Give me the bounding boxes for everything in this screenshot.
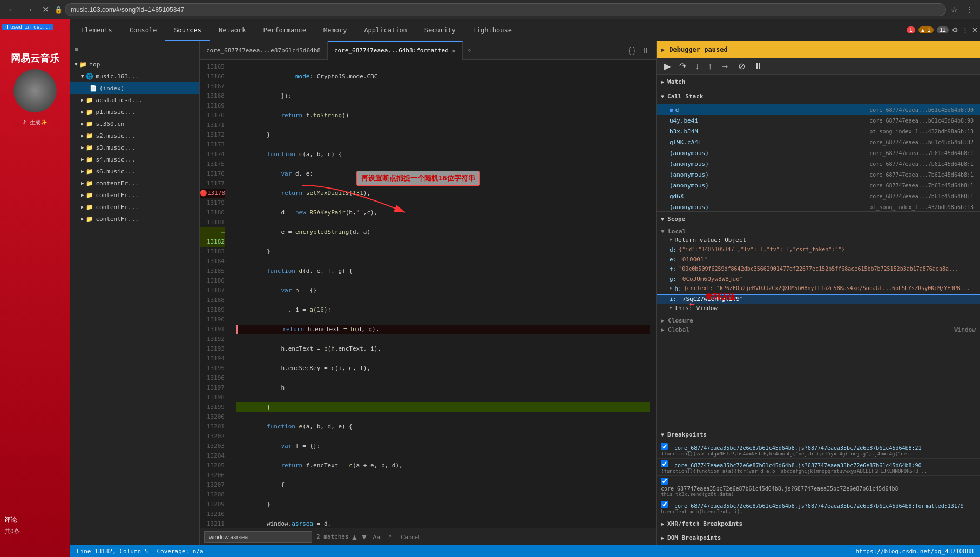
tree-item-s4music[interactable]: ▶📁 s4.music... <box>70 153 199 165</box>
match-case-button[interactable]: Aa <box>370 533 382 541</box>
breakpoint-checkbox[interactable] <box>661 460 668 467</box>
tree-item-music163[interactable]: ▼🌐 music.163... <box>70 70 199 82</box>
secure-icon: 🔒 <box>55 6 63 14</box>
more-button[interactable]: ⋮ <box>963 4 976 15</box>
tab-lighthouse[interactable]: Lighthouse <box>464 19 521 41</box>
call-stack-item[interactable]: (anonymous) core_687747eaea...7b61c45d64… <box>657 169 980 180</box>
debugger-paused-label: Debugger paused <box>669 46 727 53</box>
settings-button[interactable]: ⚙ <box>952 26 958 34</box>
scope-header[interactable]: ▼ Scope <box>657 212 980 226</box>
call-stack-item[interactable]: (anonymous) pt_song_index_1...432bdb98a6… <box>657 202 980 211</box>
code-line: mode: CryptoJS.mode.CBC <box>236 72 650 82</box>
more-devtools-button[interactable]: ⋮ <box>962 26 969 34</box>
tree-item-s3music[interactable]: ▶📁 s3.music... <box>70 142 199 153</box>
devtools-icons: 1 ▲ 2 12 ⚙ ⋮ ✕ <box>907 26 978 34</box>
scope-item-f: f: "00e0b509f6259df8642dbc35662901477df2… <box>657 265 980 275</box>
website-panel: ⏸used in deb... 网易云音乐 ♪ 生成✨ 评论 共0条 <box>0 19 70 557</box>
tree-item-contentfr2[interactable]: ▶📁 contentFr... <box>70 189 199 201</box>
call-stack-header[interactable]: ▼ Call Stack <box>657 89 980 103</box>
code-line: return f.encText = c(a + e, b, d), <box>236 461 650 471</box>
debug-controls: ▶ ↷ ↓ ↑ → ⊘ ⏸ <box>657 58 980 75</box>
tree-item-s360[interactable]: ▶📁 s.360.cn <box>70 118 199 130</box>
regex-button[interactable]: .* <box>385 533 394 541</box>
call-stack-item[interactable]: gd6X core_687747eaea...7b61c45d64b8:1 <box>657 191 980 202</box>
step-into-button[interactable]: ↓ <box>692 61 702 72</box>
call-stack-item[interactable]: (anonymous) core_687747eaea...7b61c45d64… <box>657 180 980 191</box>
search-cancel-button[interactable]: Cancel <box>396 533 423 541</box>
tree-item-contentfr4[interactable]: ▶📁 contentFr... <box>70 213 199 225</box>
call-stack-item[interactable]: ●d core_687747eaea...b61c45d64b8:90 <box>657 104 980 115</box>
pause-on-exceptions-button[interactable]: ⏸ <box>751 61 766 72</box>
more-tabs-button[interactable]: » <box>463 46 475 54</box>
dom-breakpoints-header[interactable]: ▶ DOM Breakpoints <box>657 531 980 545</box>
tab-console[interactable]: Console <box>121 19 166 41</box>
breakpoint-checkbox[interactable] <box>661 443 668 450</box>
search-count: 2 matches <box>316 533 349 540</box>
tab-application[interactable]: Application <box>355 19 415 41</box>
resume-button[interactable]: ▶ <box>661 60 674 72</box>
reload-button[interactable]: ✕ <box>39 3 52 16</box>
scope-item-h: ▶ h: {encText: "kP6ZFOu2jeMVOJU2Cx2QXUM5… <box>657 285 980 294</box>
forward-button[interactable]: → <box>22 4 37 16</box>
breakpoint-checkbox[interactable] <box>661 478 668 485</box>
scope-local-label: ▼ Local <box>657 227 980 236</box>
breakpoint-checkbox[interactable] <box>661 501 668 508</box>
tree-item-top[interactable]: ▼📁 top <box>70 58 199 70</box>
deactivate-breakpoints-button[interactable]: ⊘ <box>735 60 748 72</box>
step-button[interactable]: → <box>718 61 733 72</box>
scope-item-d: d: {"id":"1485105347","lv":-1,"tv":-1,"c… <box>657 246 980 256</box>
tab-security[interactable]: Security <box>416 19 464 41</box>
search-next-button[interactable]: ▼ <box>360 533 368 541</box>
bookmark-button[interactable]: ☆ <box>948 4 961 15</box>
breakpoint-item: core_687747eaea35bc72e6e87b61c45d64b8.js… <box>657 476 980 499</box>
tree-item-s6music[interactable]: ▶📁 s6.music... <box>70 165 199 177</box>
url-bar[interactable] <box>65 3 946 16</box>
code-line: return f.toString() <box>236 111 650 120</box>
code-line: var f = {}; <box>236 441 650 451</box>
step-over-button[interactable]: ↷ <box>676 60 690 72</box>
call-stack-content: ●d core_687747eaea...b61c45d64b8:90 u4y.… <box>657 103 980 211</box>
close-devtools-button[interactable]: ✕ <box>972 26 978 34</box>
close-tab-button[interactable]: ✕ <box>452 47 456 55</box>
tree-item-acstatic[interactable]: ▶📁 acstatic-d... <box>70 94 199 106</box>
code-tab-original[interactable]: core_687747eaea...e87b61c45d64b8 <box>200 41 328 60</box>
back-button[interactable]: ← <box>4 4 19 16</box>
tab-elements[interactable]: Elements <box>72 19 121 41</box>
tree-item-contentfr1[interactable]: ▶📁 contentFr... <box>70 177 199 189</box>
search-input[interactable] <box>204 531 312 543</box>
tree-item-s2music[interactable]: ▶📁 s2.music... <box>70 130 199 142</box>
call-stack-item[interactable]: (anonymous) core_687747eaea...7b61c45d64… <box>657 147 980 158</box>
debug-badge: ⏸used in deb... <box>2 24 53 30</box>
breakpoint-item: core_687747eaea35bc72e6e87b61c45d64b8.js… <box>657 459 980 476</box>
code-line: return setMaxDigits(131), <box>236 189 650 198</box>
code-line: h <box>236 383 650 393</box>
search-options: Aa .* <box>370 533 394 541</box>
call-stack-section: ▼ Call Stack ●d core_687747eaea...b61c45… <box>657 89 980 212</box>
comment-count: 共0条 <box>4 527 20 535</box>
tree-item-p1music[interactable]: ▶📁 p1.music... <box>70 106 199 118</box>
code-tab-formatted[interactable]: core_687747eaea...64b8:formatted ✕ <box>328 41 463 60</box>
tab-network[interactable]: Network <box>210 19 255 41</box>
step-out-button[interactable]: ↑ <box>705 61 715 72</box>
breakpoints-header[interactable]: ▼ Breakpoints <box>657 427 980 441</box>
tree-item-contentfr3[interactable]: ▶📁 contentFr... <box>70 201 199 213</box>
watch-header[interactable]: ▶ Watch <box>657 75 980 89</box>
pretty-print-button[interactable]: { } <box>626 45 638 56</box>
tab-memory[interactable]: Memory <box>315 19 355 41</box>
pause-button[interactable]: ⏸ <box>640 45 652 56</box>
scope-item: ▶ Return value: Object <box>657 236 980 246</box>
tree-item-index[interactable]: 📄 (index) <box>70 82 199 94</box>
code-line: var h = {} <box>236 286 650 296</box>
call-stack-item[interactable]: u4y.be4i core_687747eaea...b61c45d64b8:9… <box>657 115 980 126</box>
tab-sources[interactable]: Sources <box>165 19 210 41</box>
file-tree-menu[interactable]: ⋮ <box>189 46 195 53</box>
call-stack-item[interactable]: b3x.bJ4N pt_song_index_1...432bdb98a6b:1… <box>657 126 980 137</box>
code-editor[interactable]: 13165 13166 13167 13168 13169 13170 1317… <box>200 60 656 528</box>
warning-count: ▲ 2 <box>918 26 934 33</box>
code-line-breakpoint: return h.encText = b(d, g), <box>236 325 650 334</box>
tab-performance[interactable]: Performance <box>255 19 315 41</box>
search-prev-button[interactable]: ▲ <box>351 533 359 541</box>
call-stack-item[interactable]: (anonymous) core_687747eaea...7b61c45d64… <box>657 158 980 169</box>
xhr-fetch-header[interactable]: ▶ XHR/fetch Breakpoints <box>657 516 980 531</box>
call-stack-item[interactable]: qT9K.cA4E core_687747eaea...b61c45d64b8:… <box>657 137 980 147</box>
